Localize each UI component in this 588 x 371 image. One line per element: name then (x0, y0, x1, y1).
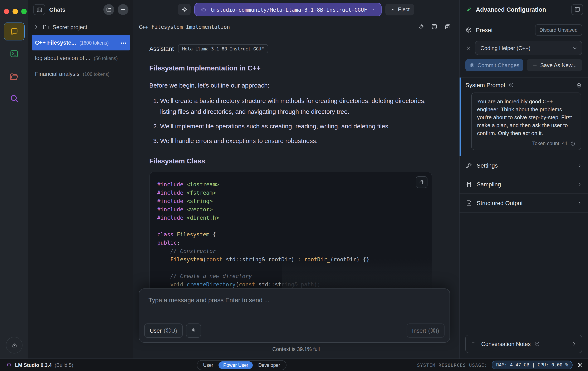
assistant-model-badge: Meta-Llama-3.1-8B-Instruct-GGUF (178, 44, 268, 53)
assistant-message-header: Assistant Meta-Llama-3.1-8B-Instruct-GGU… (149, 44, 432, 53)
paperclip-icon (190, 328, 197, 334)
advanced-configuration-panel: Advanced Configuration Preset Discard Un… (459, 0, 588, 359)
new-chat-button[interactable] (118, 4, 128, 15)
attach-file-button[interactable] (186, 323, 201, 338)
gear-icon (181, 6, 188, 13)
preset-row: Preset Discard Unsaved (465, 24, 582, 36)
eject-label: Eject (398, 7, 410, 12)
duplicate-chat-icon[interactable] (444, 23, 451, 31)
section-label: Settings (477, 162, 577, 169)
clear-preset-icon[interactable] (465, 45, 472, 51)
app-version: LM Studio 0.3.4 (15, 362, 52, 368)
preset-dropdown[interactable]: Coding Helper (C++) (475, 41, 582, 55)
rail-item-chat[interactable] (4, 22, 24, 41)
code-block: #include <iostream>#include <fstream>#in… (149, 172, 432, 306)
chat-title: Financial analysis (35, 71, 79, 77)
insert-shortcut: (⌘I) (428, 327, 439, 334)
section-sampling[interactable]: Sampling (460, 175, 588, 194)
message-composer[interactable]: Type a message and press Enter to send .… (139, 289, 450, 343)
search-icon (9, 93, 19, 103)
role-toggle-button[interactable]: User (⌘U) (144, 323, 183, 338)
mode-user[interactable]: User (199, 361, 218, 369)
file-code-icon (465, 199, 472, 206)
chevron-right-icon (577, 182, 582, 187)
new-folder-button[interactable] (104, 4, 114, 15)
preset-select-row: Coding Helper (C++) (465, 41, 582, 55)
rail-item-discover[interactable] (9, 93, 19, 103)
open-folder-icon (9, 72, 19, 82)
sliders-icon (465, 181, 472, 188)
chat-title-heading: C++ Filesystem Implementation (139, 24, 230, 30)
chevron-down-icon (370, 7, 376, 12)
save-as-new-button[interactable]: Save As New... (527, 59, 582, 71)
conversation-notes-button[interactable]: Conversation Notes (465, 335, 582, 353)
copy-code-button[interactable] (416, 176, 427, 188)
minimize-window-button[interactable] (12, 9, 18, 14)
eject-icon (390, 7, 396, 12)
preset-label: Preset (476, 27, 535, 33)
close-window-button[interactable] (4, 9, 9, 14)
section-settings[interactable]: Settings (460, 156, 588, 175)
rail-item-developer[interactable] (9, 49, 19, 59)
chat-token-count: (106 tokens) (83, 72, 109, 76)
model-toolbar: lmstudio-community/Meta-Llama-3.1-8B-Ins… (133, 0, 460, 19)
chats-panel-header: Chats (28, 0, 133, 19)
settings-gear-icon[interactable] (577, 362, 583, 368)
clear-conversation-icon[interactable] (431, 23, 438, 31)
section-structured-output[interactable]: Structured Output (460, 194, 588, 213)
insert-button[interactable]: Insert (⌘I) (407, 323, 445, 338)
commit-changes-button[interactable]: Commit Changes (465, 59, 524, 71)
chat-list-item[interactable]: log about version of ... (56 tokens) (32, 51, 130, 66)
prompt-format-icon[interactable] (418, 23, 425, 31)
zoom-window-button[interactable] (21, 9, 27, 14)
chats-panel-title: Chats (49, 6, 100, 13)
rail-item-my-models[interactable] (9, 72, 19, 82)
panel-title: Advanced Configuration (476, 6, 571, 13)
wrench-icon (465, 162, 472, 169)
panel-left-icon (36, 6, 42, 13)
chat-list: C++ Filesyste... (1600 tokens) ••• log a… (28, 35, 133, 82)
status-bar: LM Studio 0.3.4 (Build 5) User Power Use… (0, 359, 588, 371)
chat-title: log about version of ... (35, 55, 91, 61)
lm-studio-logo-icon (6, 362, 12, 368)
mode-power-user[interactable]: Power User (219, 361, 253, 369)
chat-options-menu[interactable]: ••• (121, 40, 127, 45)
chevron-right-icon (577, 200, 582, 206)
folder-name: Secret project (52, 24, 87, 30)
collapse-sidebar-button[interactable] (33, 4, 45, 15)
panel-right-icon (574, 6, 580, 12)
save-icon (470, 62, 475, 68)
system-prompt-text: You are an incredibly good C++ engineer.… (477, 98, 576, 137)
copy-icon (419, 179, 425, 185)
help-icon[interactable] (570, 141, 576, 146)
chat-bubble-icon (9, 27, 19, 36)
system-prompt-editor[interactable]: You are an incredibly good C++ engineer.… (471, 93, 581, 150)
discard-unsaved-button[interactable]: Discard Unsaved (535, 24, 582, 36)
chat-folder-secret-project[interactable]: Secret project (28, 21, 133, 33)
message-input[interactable]: Type a message and press Enter to send .… (139, 289, 450, 303)
mode-developer[interactable]: Developer (254, 361, 285, 369)
eject-model-button[interactable]: Eject (386, 4, 414, 15)
help-icon (534, 341, 540, 347)
trash-icon[interactable] (576, 82, 582, 88)
message-heading-2: Filesystem Class (149, 157, 432, 165)
message-numbered-list: We'll create a basic directory structure… (149, 95, 432, 146)
collapse-panel-button[interactable] (571, 4, 583, 15)
chat-list-item-selected[interactable]: C++ Filesyste... (1600 tokens) ••• (32, 35, 130, 51)
notes-lines-icon (471, 341, 477, 347)
list-item: We'll create a basic directory structure… (160, 95, 432, 117)
model-settings-button[interactable] (178, 4, 190, 15)
help-icon[interactable] (508, 82, 514, 88)
plus-icon (532, 62, 538, 68)
folder-icon (42, 24, 49, 31)
rail-item-downloads[interactable] (6, 337, 22, 353)
context-usage-status: Context is 39.1% full (133, 346, 460, 352)
insert-label: Insert (412, 328, 426, 334)
resource-usage-badge[interactable]: RAM: 4.47 GB | CPU: 0.00 % (492, 361, 573, 369)
message-paragraph: Before we begin, let's outline our appro… (149, 82, 432, 89)
left-rail (0, 0, 28, 359)
panel-header: Advanced Configuration (460, 0, 588, 19)
loaded-model-selector[interactable]: lmstudio-community/Meta-Llama-3.1-8B-Ins… (194, 3, 382, 16)
chat-list-item[interactable]: Financial analysis (106 tokens) (32, 66, 130, 82)
main-chat-area: lmstudio-community/Meta-Llama-3.1-8B-Ins… (133, 0, 460, 359)
